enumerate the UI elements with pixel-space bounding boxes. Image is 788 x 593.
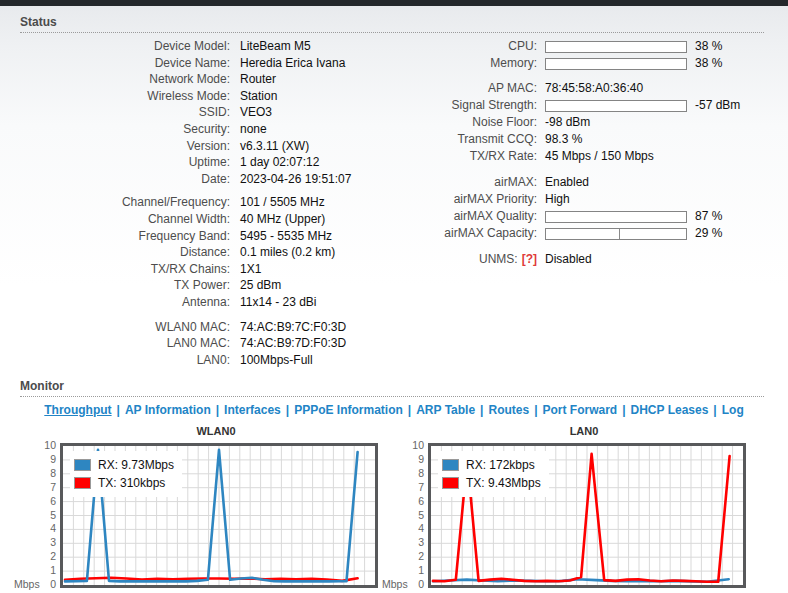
monitor-link-interfaces[interactable]: Interfaces bbox=[224, 403, 281, 417]
signal-strength-value: -57 dBm bbox=[695, 97, 740, 114]
mac-info-group: WLAN0 MAC:74:AC:B9:7C:F0:3DLAN0 MAC:74:A… bbox=[0, 319, 390, 369]
airmax-capacity-percent: 29 % bbox=[695, 225, 722, 242]
field-value: LiteBeam M5 bbox=[240, 38, 311, 55]
status-row: TX Power:25 dBm bbox=[0, 277, 390, 294]
airmax-quality-label: airMAX Quality: bbox=[400, 208, 545, 225]
field-label: Antenna: bbox=[0, 294, 240, 311]
link-separator: | bbox=[480, 403, 483, 417]
status-row: Channel/Frequency:101 / 5505 MHz bbox=[0, 194, 390, 211]
signal-strength-bar bbox=[545, 100, 687, 112]
status-row: Version:v6.3.11 (XW) bbox=[0, 138, 390, 155]
status-row: LAN0 MAC:74:AC:B9:7D:F0:3D bbox=[0, 335, 390, 352]
field-value: v6.3.11 (XW) bbox=[240, 138, 309, 155]
unms-help-link[interactable]: [?] bbox=[522, 252, 537, 266]
field-value: 74:AC:B9:7C:F0:3D bbox=[240, 319, 346, 336]
transmit-ccq-row: Transmit CCQ: 98.3 % bbox=[400, 131, 788, 148]
monitor-link-log[interactable]: Log bbox=[722, 403, 744, 417]
status-row: TX/RX Chains:1X1 bbox=[0, 261, 390, 278]
memory-label: Memory: bbox=[400, 55, 545, 72]
field-value: Router bbox=[240, 71, 276, 88]
legend-entry: TX: 310kbps bbox=[74, 476, 174, 490]
monitor-link-arp-table[interactable]: ARP Table bbox=[416, 403, 475, 417]
y-tick-label: 3 bbox=[50, 536, 56, 548]
field-label: Uptime: bbox=[0, 154, 240, 171]
y-tick-label: 10 bbox=[44, 439, 56, 451]
device-info-group: Device Model:LiteBeam M5Device Name:Here… bbox=[0, 38, 390, 187]
airmax-priority-value: High bbox=[545, 191, 570, 208]
legend-label: TX: 9.43Mbps bbox=[466, 476, 541, 490]
field-value: 100Mbps-Full bbox=[240, 352, 313, 369]
status-row: Frequency Band:5495 - 5535 MHz bbox=[0, 228, 390, 245]
memory-bar bbox=[545, 58, 687, 70]
link-separator: | bbox=[286, 403, 289, 417]
legend-entry: RX: 172kbps bbox=[442, 458, 541, 472]
noise-floor-label: Noise Floor: bbox=[400, 114, 545, 131]
legend-swatch-rx bbox=[74, 459, 91, 471]
legend-swatch-tx bbox=[74, 477, 91, 489]
field-label: LAN0 MAC: bbox=[0, 335, 240, 352]
field-value: Heredia Erica Ivana bbox=[240, 55, 345, 72]
field-value: none bbox=[240, 121, 267, 138]
field-label: TX Power: bbox=[0, 277, 240, 294]
y-tick-label: 0 bbox=[50, 578, 56, 590]
legend-swatch-tx bbox=[442, 477, 459, 489]
airmax-value: Enabled bbox=[545, 174, 589, 191]
field-label: Wireless Mode: bbox=[0, 88, 240, 105]
monitor-nav: Throughput|AP Information|Interfaces|PPP… bbox=[0, 397, 788, 421]
chart-y-axis: 012345678910Mbps bbox=[12, 443, 60, 588]
ap-mac-value: 78:45:58:A0:36:40 bbox=[545, 80, 643, 97]
chart-legend: RX: 9.73MbpsTX: 310kbps bbox=[70, 451, 182, 497]
status-row: Antenna:11x14 - 23 dBi bbox=[0, 294, 390, 311]
transmit-ccq-value: 98.3 % bbox=[545, 131, 582, 148]
link-separator: | bbox=[622, 403, 625, 417]
txrx-rate-value: 45 Mbps / 150 Mbps bbox=[545, 148, 654, 165]
y-tick-label: 2 bbox=[418, 550, 424, 562]
field-label: WLAN0 MAC: bbox=[0, 319, 240, 336]
monitor-link-dhcp-leases[interactable]: DHCP Leases bbox=[631, 403, 709, 417]
monitor-link-port-forward[interactable]: Port Forward bbox=[543, 403, 618, 417]
y-tick-label: 4 bbox=[418, 522, 424, 534]
field-label: TX/RX Chains: bbox=[0, 261, 240, 278]
y-tick-label: 1 bbox=[418, 564, 424, 576]
monitor-link-pppoe-information[interactable]: PPPoE Information bbox=[294, 403, 403, 417]
monitor-link-throughput[interactable]: Throughput bbox=[44, 403, 111, 417]
signal-strength-row: Signal Strength: -57 dBm bbox=[400, 97, 788, 114]
y-tick-label: 6 bbox=[418, 495, 424, 507]
transmit-ccq-label: Transmit CCQ: bbox=[400, 131, 545, 148]
field-label: Date: bbox=[0, 171, 240, 188]
wlan0-chart: WLAN0012345678910MbpsRX: 9.73MbpsTX: 310… bbox=[12, 425, 380, 588]
airmax-label: airMAX: bbox=[400, 174, 545, 191]
signal-strength-label: Signal Strength: bbox=[400, 97, 545, 114]
y-tick-label: 5 bbox=[418, 509, 424, 521]
radio-info-group: Channel/Frequency:101 / 5505 MHzChannel … bbox=[0, 194, 390, 310]
status-page: Status Device Model:LiteBeam M5Device Na… bbox=[0, 6, 788, 593]
status-row: Channel Width:40 MHz (Upper) bbox=[0, 211, 390, 228]
airmax-quality-bar bbox=[545, 211, 687, 223]
monitor-link-routes[interactable]: Routes bbox=[488, 403, 529, 417]
chart-title: WLAN0 bbox=[60, 425, 372, 439]
status-row: WLAN0 MAC:74:AC:B9:7C:F0:3D bbox=[0, 319, 390, 336]
monitor-link-ap-information[interactable]: AP Information bbox=[125, 403, 211, 417]
field-value: 25 dBm bbox=[240, 277, 281, 294]
field-value: 101 / 5505 MHz bbox=[240, 194, 325, 211]
y-tick-label: 1 bbox=[50, 564, 56, 576]
legend-label: TX: 310kbps bbox=[98, 476, 165, 490]
cpu-bar bbox=[545, 41, 687, 53]
field-label: Version: bbox=[0, 138, 240, 155]
unms-row: UNMS:[?] Disabled bbox=[400, 251, 788, 268]
unms-label: UNMS:[?] bbox=[400, 251, 545, 268]
field-value: 40 MHz (Upper) bbox=[240, 211, 325, 228]
field-value: 74:AC:B9:7D:F0:3D bbox=[240, 335, 346, 352]
status-row: Wireless Mode:Station bbox=[0, 88, 390, 105]
legend-label: RX: 172kbps bbox=[466, 458, 535, 472]
field-label: Distance: bbox=[0, 244, 240, 261]
airmax-quality-percent: 87 % bbox=[695, 208, 722, 225]
cpu-percent: 38 % bbox=[695, 38, 722, 55]
field-label: LAN0: bbox=[0, 352, 240, 369]
link-separator: | bbox=[117, 403, 120, 417]
field-label: Channel/Frequency: bbox=[0, 194, 240, 211]
field-label: Frequency Band: bbox=[0, 228, 240, 245]
legend-swatch-rx bbox=[442, 459, 459, 471]
cpu-label: CPU: bbox=[400, 38, 545, 55]
airmax-priority-label: airMAX Priority: bbox=[400, 191, 545, 208]
